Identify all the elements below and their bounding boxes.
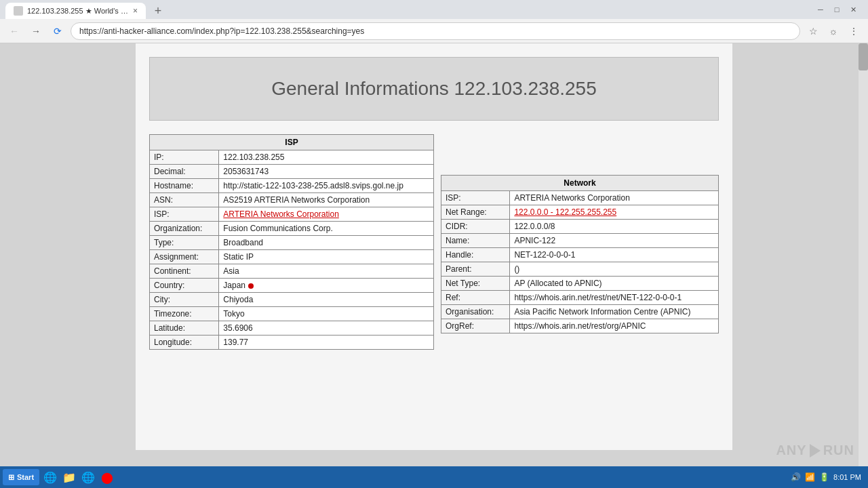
table-row: Parent:() <box>441 262 719 277</box>
menu-icon[interactable]: ⋮ <box>845 22 863 40</box>
reload-button[interactable]: ⟳ <box>49 22 66 40</box>
taskbar-folder-icon[interactable]: 📁 <box>61 469 77 485</box>
table-row: Country:Japan <box>150 279 434 293</box>
toolbar-icons: ☆ ☼ ⋮ <box>804 22 863 40</box>
row-value: 122.103.238.255 <box>219 150 434 165</box>
battery-icon[interactable]: 🔋 <box>819 472 829 482</box>
row-value: NET-122-0-0-0-1 <box>510 248 719 262</box>
bookmark-icon[interactable]: ☆ <box>804 22 822 40</box>
anyrun-text: ANY <box>776 443 806 458</box>
taskbar: ⊞ Start 🌐 📁 🌐 ⬤ 🔊 📶 🔋 8:01 PM <box>0 466 868 488</box>
title-bar: 122.103.238.255 ★ World's best IP × + ─ … <box>0 0 868 19</box>
maximize-button[interactable]: □ <box>830 4 844 15</box>
row-value: Asia <box>219 264 434 279</box>
user-icon[interactable]: ☼ <box>825 22 842 40</box>
table-row: Organization:Fusion Communications Corp. <box>150 222 434 236</box>
table-row: ASN:AS2519 ARTERIA Networks Corporation <box>150 193 434 207</box>
scrollbar-thumb[interactable] <box>859 43 868 70</box>
taskbar-app-icon[interactable]: ⬤ <box>99 469 115 485</box>
system-tray: 🔊 📶 🔋 8:01 PM <box>787 472 865 482</box>
row-label: Longitude: <box>150 336 219 350</box>
row-label: Name: <box>441 234 510 248</box>
windows-icon: ⊞ <box>8 473 14 482</box>
row-value: AP (Allocated to APNIC) <box>510 277 719 291</box>
row-value[interactable]: 122.0.0.0 - 122.255.255.255 <box>510 205 719 220</box>
row-label: Continent: <box>150 264 219 279</box>
window-controls: ─ □ ✕ <box>814 4 865 15</box>
table-row: ISP:ARTERIA Networks Corporation <box>441 191 719 205</box>
row-label: OrgRef: <box>441 319 510 333</box>
row-label: Organisation: <box>441 305 510 319</box>
row-label: Handle: <box>441 248 510 262</box>
row-label: ISP: <box>441 191 510 205</box>
row-value: 2053631743 <box>219 165 434 179</box>
minimize-button[interactable]: ─ <box>814 4 827 15</box>
row-label: Organization: <box>150 222 219 236</box>
table-row: Latitude:35.6906 <box>150 321 434 336</box>
row-value: 35.6906 <box>219 321 434 336</box>
page-header: General Informations 122.103.238.255 <box>149 57 719 121</box>
page-inner: General Informations 122.103.238.255 ISP… <box>136 43 732 450</box>
new-tab-button[interactable]: + <box>149 3 167 19</box>
table-row: Timezone:Tokyo <box>150 307 434 321</box>
row-label: CIDR: <box>441 220 510 234</box>
tab-bar: 122.103.238.255 ★ World's best IP × + <box>3 0 167 19</box>
start-button[interactable]: ⊞ Start <box>3 469 39 485</box>
isp-table-wrapper: ISP IP:122.103.238.255Decimal:2053631743… <box>149 134 434 350</box>
row-label: Type: <box>150 236 219 250</box>
active-tab[interactable]: 122.103.238.255 ★ World's best IP × <box>5 3 146 19</box>
table-row: Continent:Asia <box>150 264 434 279</box>
tables-container: ISP IP:122.103.238.255Decimal:2053631743… <box>149 134 719 350</box>
row-value: 139.77 <box>219 336 434 350</box>
row-value: Static IP <box>219 250 434 264</box>
row-label: City: <box>150 293 219 307</box>
anyrun-play-icon <box>810 444 821 458</box>
row-label: Assignment: <box>150 250 219 264</box>
row-value: https://whois.arin.net/rest/net/NET-122-… <box>510 291 719 305</box>
table-row: Hostname:http://static-122-103-238-255.a… <box>150 179 434 193</box>
table-row: City:Chiyoda <box>150 293 434 307</box>
table-row: ISP:ARTERIA Networks Corporation <box>150 207 434 222</box>
row-value: Fusion Communications Corp. <box>219 222 434 236</box>
row-value: https://whois.arin.net/rest/org/APNIC <box>510 319 719 333</box>
row-label: Latitude: <box>150 321 219 336</box>
table-row: Organisation:Asia Pacific Network Inform… <box>441 305 719 319</box>
network-table-header: Network <box>441 176 719 191</box>
anyrun-watermark: ANY RUN <box>776 443 854 458</box>
forward-button[interactable]: → <box>27 22 45 40</box>
tab-close-btn[interactable]: × <box>133 6 138 16</box>
table-row: Type:Broadband <box>150 236 434 250</box>
table-row: Handle:NET-122-0-0-0-1 <box>441 248 719 262</box>
page-title: General Informations 122.103.238.255 <box>163 78 705 100</box>
table-row: IP:122.103.238.255 <box>150 150 434 165</box>
close-button[interactable]: ✕ <box>846 4 860 15</box>
anyrun-run: RUN <box>823 443 854 458</box>
network-tray-icon[interactable]: 📶 <box>805 472 815 482</box>
taskbar-chrome-icon[interactable]: 🌐 <box>80 469 96 485</box>
row-label: Hostname: <box>150 179 219 193</box>
table-row: CIDR:122.0.0.0/8 <box>441 220 719 234</box>
scrollbar[interactable] <box>859 43 868 466</box>
network-table-wrapper: Network ISP:ARTERIA Networks Corporation… <box>441 134 719 333</box>
row-label: Decimal: <box>150 165 219 179</box>
row-value: http://static-122-103-238-255.adsl8.svip… <box>219 179 434 193</box>
taskbar-ie-icon[interactable]: 🌐 <box>42 469 58 485</box>
row-value: AS2519 ARTERIA Networks Corporation <box>219 193 434 207</box>
time-display: 8:01 PM <box>833 473 861 481</box>
browser-window: 122.103.238.255 ★ World's best IP × + ─ … <box>0 0 868 488</box>
row-value[interactable]: ARTERIA Networks Corporation <box>219 207 434 222</box>
row-label: ASN: <box>150 193 219 207</box>
page-content: General Informations 122.103.238.255 ISP… <box>0 43 868 466</box>
tab-title: 122.103.238.255 ★ World's best IP <box>27 7 129 16</box>
row-value: ARTERIA Networks Corporation <box>510 191 719 205</box>
address-input[interactable] <box>71 22 800 40</box>
row-value: Tokyo <box>219 307 434 321</box>
row-label: Timezone: <box>150 307 219 321</box>
tab-favicon <box>14 6 23 16</box>
table-row: Decimal:2053631743 <box>150 165 434 179</box>
address-bar: ← → ⟳ ☆ ☼ ⋮ <box>0 19 868 43</box>
isp-table: ISP IP:122.103.238.255Decimal:2053631743… <box>149 134 434 350</box>
row-label: Country: <box>150 279 219 293</box>
volume-icon[interactable]: 🔊 <box>791 472 801 482</box>
back-button[interactable]: ← <box>5 22 23 40</box>
